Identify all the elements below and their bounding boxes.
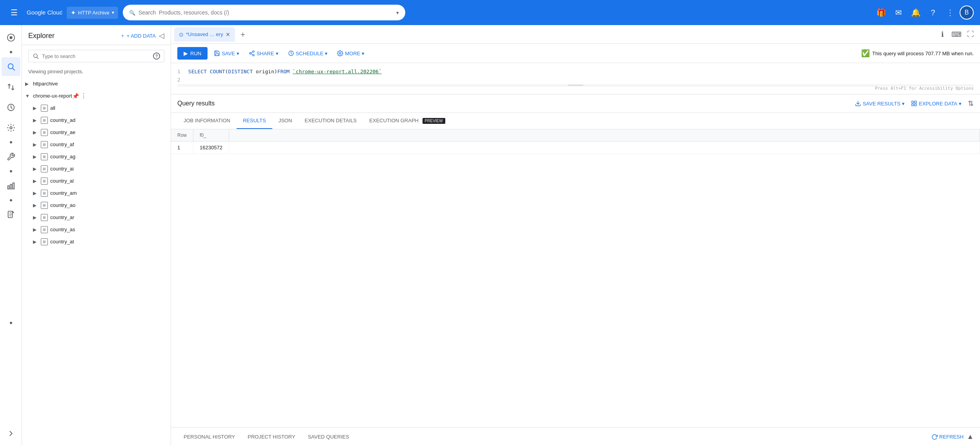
sidebar-icon-overview[interactable] [2,28,20,47]
more-options-icon[interactable]: ⋮ [74,177,80,185]
tree-item-country_ai[interactable]: ▶ ⊞ country_ai ⋮ [22,163,171,175]
gifts-icon-button[interactable]: 🎁 [873,5,889,20]
more-options-icon[interactable]: ⋮ [74,238,80,245]
query-tab-icon: ⊙ [179,31,184,38]
new-tab-button[interactable]: ＋ [237,28,249,41]
save-chevron-icon: ▾ [237,51,239,56]
add-data-button[interactable]: ＋ + ADD DATA [120,32,156,39]
tree-item-country_ad[interactable]: ▶ ⊞ country_ad ⋮ [22,114,171,126]
save-icon [214,50,220,56]
tab-job-information[interactable]: JOB INFORMATION [177,113,237,129]
tree-item-country_at[interactable]: ▶ ⊞ country_at ⋮ [22,236,171,248]
more-options-icon[interactable]: ⋮ [80,92,87,100]
refresh-button[interactable]: REFRESH [931,434,964,440]
help-icon-button[interactable]: ? [925,5,941,20]
more-options-icon[interactable]: ⋮ [77,189,83,197]
more-options-icon[interactable]: ⋮ [75,116,82,124]
item-name: country_ai [50,166,74,172]
close-tab-icon[interactable]: ✕ [226,31,230,38]
share-button[interactable]: SHARE ▾ [246,48,282,59]
pin-icon: 📌 [72,93,79,99]
sidebar-icon-transfer[interactable] [2,78,20,96]
more-options-icon[interactable]: ⋮ [75,226,82,233]
tab-project-history[interactable]: PROJECT HISTORY [241,428,301,446]
tree-item-chrome-ux-report[interactable]: ▼ chrome-ux-report 📌 ⋮ [22,90,171,102]
sidebar-icon-document[interactable] [2,205,20,224]
tab-execution-details[interactable]: EXECUTION DETAILS [299,113,363,129]
tree-item-country_ae[interactable]: ▶ ⊞ country_ae ⋮ [22,126,171,138]
save-results-label: SAVE RESULTS [863,101,900,107]
query-tab-label: *Unsaved … ery [186,31,223,37]
help-icon[interactable]: ? [153,53,160,60]
tree-item-httparchive[interactable]: ▶ httparchive ⋮ [22,78,171,90]
sidebar-icon-search[interactable] [2,57,20,76]
search-chevron-icon[interactable]: ▾ [396,10,399,16]
svg-rect-8 [10,184,12,189]
svg-point-19 [339,53,341,54]
chat-icon-button[interactable]: ✉ [891,5,906,20]
tree-item-country_af[interactable]: ▶ ⊞ country_af ⋮ [22,138,171,150]
sidebar-icon-chart[interactable] [2,176,20,195]
code-editor[interactable]: 1 SELECT COUNT ( DISTINCT origin) FROM `… [171,63,980,94]
more-options-icon[interactable]: ⋮ [74,141,80,148]
tree-item-country_al[interactable]: ▶ ⊞ country_al ⋮ [22,175,171,187]
dataset-icon: ⊞ [41,165,48,172]
sidebar-icon-gear[interactable] [2,118,20,137]
more-options-icon[interactable]: ⋮ [74,165,80,172]
dataset-icon: ⊞ [41,214,48,221]
more-options-icon[interactable]: ⋮ [74,214,80,221]
more-options-icon-button[interactable]: ⋮ [942,5,958,20]
collapse-bottom-button[interactable]: ▲ [967,433,974,441]
svg-point-13 [253,51,254,52]
explore-data-label: EXPLORE DATA [919,101,957,107]
tab-saved-queries[interactable]: SAVED QUERIES [302,428,355,446]
schedule-button[interactable]: SCHEDULE ▾ [285,48,331,59]
query-info-text: This query will process 707.77 MB when r… [872,51,974,56]
collapse-panel-button[interactable]: ◁ [159,31,164,40]
tree-item-country_as[interactable]: ▶ ⊞ country_as ⋮ [22,223,171,236]
user-avatar[interactable]: B [960,5,974,20]
more-options-icon[interactable]: ⋮ [75,201,82,209]
keyboard-icon-button[interactable]: ⌨ [950,28,963,41]
tree-item-all[interactable]: ▶ ⊞ all ⋮ [22,102,171,114]
preview-badge: PREVIEW [423,118,445,124]
svg-line-16 [251,54,253,55]
tab-json[interactable]: JSON [272,113,299,129]
expand-results-button[interactable]: ⇅ [968,99,974,108]
tree-item-country_am[interactable]: ▶ ⊞ country_am ⋮ [22,187,171,199]
tree-item-country_ao[interactable]: ▶ ⊞ country_ao ⋮ [22,199,171,211]
sidebar-icon-wrench[interactable] [2,147,20,166]
svg-text:Google Cloud: Google Cloud [27,9,62,16]
more-button[interactable]: MORE ▾ [334,48,368,59]
hamburger-menu-button[interactable]: ☰ [6,5,22,20]
fullscreen-icon-button[interactable]: ⛶ [964,28,977,41]
editor-resize-handle[interactable] [177,84,974,87]
query-info-icon-button[interactable]: ℹ [936,28,949,41]
explore-data-button[interactable]: EXPLORE DATA ▾ [911,100,962,107]
save-button[interactable]: SAVE ▾ [211,48,242,59]
sidebar-icon-expand[interactable] [2,424,20,443]
more-options-icon[interactable]: ⋮ [75,129,82,136]
tree-item-country_ag[interactable]: ▶ ⊞ country_ag ⋮ [22,150,171,163]
notifications-icon-button[interactable]: 🔔 [908,5,924,20]
query-toolbar: ▶ RUN SAVE ▾ SHARE ▾ SCHEDULE ▾ MORE [171,44,980,63]
explorer-search-input[interactable] [42,53,150,59]
project-selector[interactable]: ✦ HTTP Archive ▾ [67,7,118,19]
more-options-icon[interactable]: ⋮ [58,80,64,87]
global-search-input[interactable] [138,9,393,16]
tab-results[interactable]: RESULTS [237,113,272,129]
tree-item-country_ar[interactable]: ▶ ⊞ country_ar ⋮ [22,211,171,223]
schedule-chevron-icon: ▾ [325,51,328,56]
sidebar-icon-history[interactable] [2,98,20,117]
more-options-icon[interactable]: ⋮ [75,153,82,160]
dataset-icon: ⊞ [41,238,48,245]
bottom-bar: PERSONAL HISTORY PROJECT HISTORY SAVED Q… [171,427,980,446]
save-results-button[interactable]: SAVE RESULTS ▾ [855,100,905,107]
run-button[interactable]: ▶ RUN [177,47,208,60]
chevron-down-icon: ▾ [112,10,114,15]
query-tab-unsaved[interactable]: ⊙ *Unsaved … ery ✕ [174,27,235,42]
more-options-icon[interactable]: ⋮ [55,104,62,112]
tab-execution-graph[interactable]: EXECUTION GRAPH PREVIEW [363,113,451,129]
tab-personal-history[interactable]: PERSONAL HISTORY [177,428,241,446]
drag-handle-indicator [568,85,583,86]
